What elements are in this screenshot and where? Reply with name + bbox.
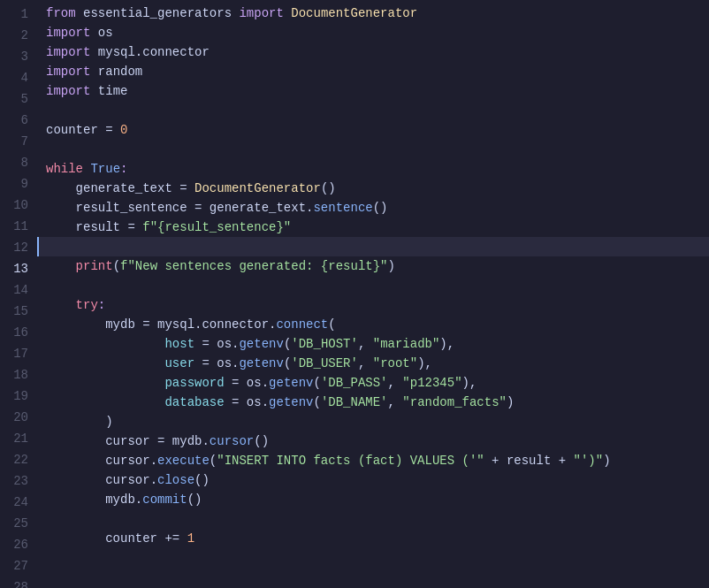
line-number-3: 3 <box>0 46 37 67</box>
code-line-14: print(f"New sentences generated: {result… <box>37 256 709 276</box>
line-number-1: 1 <box>0 4 37 25</box>
code-line-22: ) <box>37 412 709 431</box>
line-number-18: 18 <box>0 364 37 386</box>
code-line-15 <box>37 276 709 295</box>
line-number-17: 17 <box>0 343 37 364</box>
code-line-9: while True: <box>37 159 709 179</box>
code-editor[interactable]: 1234567891011121314151617181920212223242… <box>0 0 709 588</box>
code-line-27 <box>37 509 709 529</box>
code-line-10: generate_text = DocumentGenerator() <box>37 179 709 198</box>
code-line-6 <box>37 101 709 120</box>
code-line-23: cursor = mydb.cursor() <box>37 431 709 451</box>
code-line-8 <box>37 140 709 159</box>
code-line-16: try: <box>37 295 709 315</box>
code-content[interactable]: from essential_generators import Documen… <box>37 0 709 588</box>
line-number-27: 27 <box>0 555 37 577</box>
line-numbers: 1234567891011121314151617181920212223242… <box>0 0 37 588</box>
code-line-2: import os <box>37 23 709 42</box>
line-number-20: 20 <box>0 407 37 428</box>
line-number-11: 11 <box>0 216 37 237</box>
code-line-1: from essential_generators import Documen… <box>37 4 709 23</box>
line-number-23: 23 <box>0 470 37 492</box>
line-number-8: 8 <box>0 152 37 173</box>
line-number-10: 10 <box>0 195 37 216</box>
code-line-20: password = os.getenv('DB_PASS', "p12345"… <box>37 373 709 393</box>
line-number-16: 16 <box>0 322 37 343</box>
line-number-22: 22 <box>0 449 37 470</box>
line-number-14: 14 <box>0 279 37 301</box>
code-line-13 <box>37 237 709 256</box>
code-line-21: database = os.getenv('DB_NAME', "random_… <box>37 393 709 412</box>
line-number-7: 7 <box>0 131 37 152</box>
code-line-19: user = os.getenv('DB_USER', "root"), <box>37 354 709 373</box>
code-line-12: result = f"{result_sentence}" <box>37 218 709 237</box>
line-number-25: 25 <box>0 513 37 534</box>
code-line-5: import time <box>37 81 709 101</box>
line-number-26: 26 <box>0 534 37 555</box>
line-number-9: 9 <box>0 173 37 195</box>
line-number-12: 12 <box>0 237 37 258</box>
code-line-24: cursor.execute("INSERT INTO facts (fact)… <box>37 451 709 470</box>
line-number-6: 6 <box>0 110 37 131</box>
code-line-4: import random <box>37 62 709 81</box>
code-line-3: import mysql.connector <box>37 42 709 62</box>
line-number-28: 28 <box>0 577 37 588</box>
line-number-13: 13 <box>0 258 37 279</box>
line-number-15: 15 <box>0 301 37 322</box>
line-number-4: 4 <box>0 67 37 88</box>
line-number-24: 24 <box>0 492 37 513</box>
code-line-26: mydb.commit() <box>37 490 709 509</box>
code-line-17: mydb = mysql.connector.connect( <box>37 315 709 334</box>
line-number-21: 21 <box>0 428 37 449</box>
line-number-2: 2 <box>0 25 37 46</box>
line-number-19: 19 <box>0 386 37 407</box>
code-line-18: host = os.getenv('DB_HOST', "mariadb"), <box>37 334 709 354</box>
line-number-5: 5 <box>0 88 37 110</box>
code-line-11: result_sentence = generate_text.sentence… <box>37 198 709 218</box>
code-line-7: counter = 0 <box>37 120 709 140</box>
code-line-28: counter += 1 <box>37 529 709 548</box>
code-line-25: cursor.close() <box>37 470 709 490</box>
